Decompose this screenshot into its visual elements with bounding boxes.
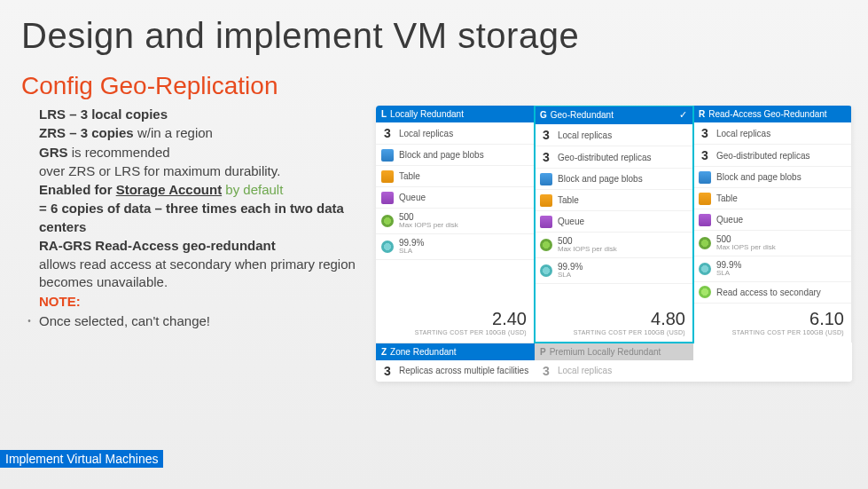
sla-row: 99.9%SLA (693, 256, 851, 282)
feature-row: Block and page blobs (535, 169, 692, 190)
note-label: NOTE: (39, 293, 376, 311)
sla-icon (381, 241, 394, 253)
zrs-rest: w/in a region (137, 125, 213, 140)
feature-row: Block and page blobs (693, 167, 851, 188)
slide-title: Design and implement VM storage (0, 0, 868, 56)
feature-icon (540, 194, 552, 207)
feature-row: Queue (376, 187, 534, 209)
feature-icon (381, 192, 394, 204)
bottom-replica-row: 3Replicas across multiple facilities (376, 360, 535, 382)
copies-line: = 6 copies of data – three times each in… (39, 200, 376, 236)
bottom-header-p[interactable]: PPremium Locally Redundant (535, 343, 693, 360)
pricing-column-r[interactable]: RRead-Access Geo-Redundant3Local replica… (693, 106, 852, 343)
feature-row: Table (535, 190, 692, 211)
feature-icon (540, 216, 552, 228)
feature-icon (699, 171, 711, 184)
disk-icon (540, 239, 552, 251)
sla-row: 99.9%SLA (535, 258, 692, 284)
feature-icon (381, 170, 394, 183)
pricing-comparison-table: LLocally Redundant3Local replicasBlock a… (376, 106, 852, 382)
pricing-column-l[interactable]: LLocally Redundant3Local replicasBlock a… (376, 106, 535, 343)
bottom-replica-row: 3Local replicas (535, 360, 693, 382)
feature-row: Block and page blobs (376, 145, 534, 166)
feature-icon (699, 214, 711, 226)
slide-subtitle: Config Geo-Replication (0, 56, 868, 100)
iops-row: 500Max IOPS per disk (535, 233, 692, 258)
check-icon: ✓ (679, 109, 687, 121)
iops-row: 500Max IOPS per disk (376, 209, 534, 234)
sla-row: 99.9%SLA (376, 234, 534, 260)
column-header: RRead-Access Geo-Redundant (693, 106, 851, 122)
ragrs-bold: RA-GRS Read-Access geo-redundant (39, 237, 376, 255)
replica-row: 3Local replicas (376, 122, 534, 145)
price-row: 6.10STARTING COST PER 100GB (USD) (693, 304, 851, 343)
feature-row: Queue (693, 209, 851, 231)
feature-row: Queue (535, 211, 692, 233)
sla-icon (540, 264, 552, 277)
grs-line2: over ZRS or LRS for maximum durability. (39, 162, 376, 180)
replica-row: 3Local replicas (693, 122, 851, 145)
note-text: Once selected, can't change! (39, 312, 210, 330)
zrs-bold: ZRS – 3 copies (39, 125, 137, 140)
sla-icon (699, 263, 711, 275)
column-header: LLocally Redundant (376, 106, 534, 122)
enabled-bold: Enabled for (39, 182, 116, 197)
bottom-header-z[interactable]: ZZone Redundant (376, 343, 535, 360)
price-row: 2.40STARTING COST PER 100GB (USD) (376, 304, 534, 343)
enabled-underline: Storage Account (116, 182, 222, 197)
bullet-text-block: LRS – 3 local copies ZRS – 3 copies w/in… (39, 106, 376, 382)
footer-tag: Implement Virtual Machines (0, 450, 163, 468)
extra-row: Read access to secondary (693, 282, 851, 304)
pricing-column-g[interactable]: GGeo-Redundant✓3Local replicas3Geo-distr… (535, 106, 693, 343)
disk-icon (699, 237, 711, 249)
feature-icon (699, 193, 711, 205)
feature-row: Table (376, 166, 534, 187)
price-row: 4.80STARTING COST PER 100GB (USD) (535, 304, 692, 343)
feature-icon (381, 149, 394, 162)
grs-bold: GRS (39, 145, 72, 160)
lrs-line: LRS – 3 local copies (39, 106, 168, 122)
bullet-dot-icon: • (25, 312, 34, 330)
replica-row: 3Geo-distributed replicas (693, 145, 851, 167)
column-header: GGeo-Redundant✓ (535, 106, 692, 124)
replica-row: 3Geo-distributed replicas (535, 146, 692, 169)
disk-icon (381, 215, 394, 227)
feature-icon (540, 173, 552, 185)
feature-row: Table (693, 188, 851, 209)
replica-row: 3Local replicas (535, 124, 692, 146)
enabled-green: by default (222, 182, 283, 197)
ragrs-rest: allows read access at secondary when pri… (39, 256, 376, 292)
grs-rest: is recommended (72, 145, 170, 160)
read-icon (699, 286, 711, 298)
iops-row: 500Max IOPS per disk (693, 231, 851, 256)
